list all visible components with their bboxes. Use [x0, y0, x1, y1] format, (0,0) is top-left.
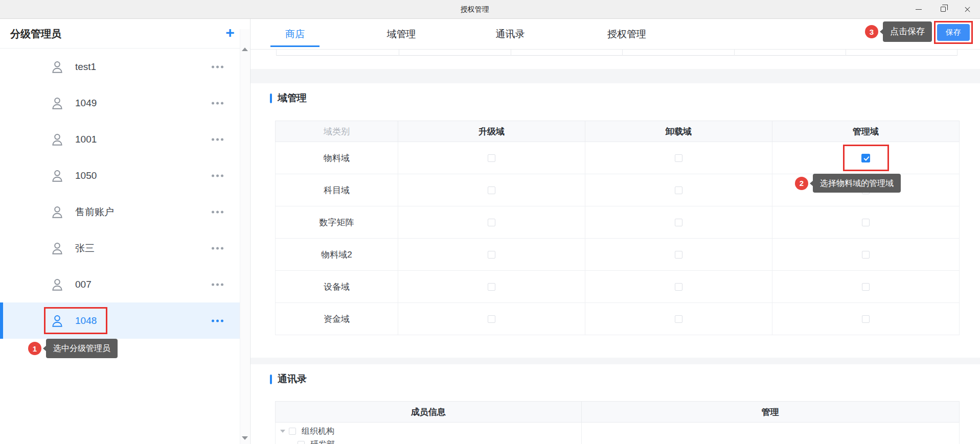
admin-list-item[interactable]: 007	[0, 266, 240, 302]
more-options-icon[interactable]	[210, 280, 225, 289]
close-button[interactable]	[955, 0, 979, 18]
more-options-icon[interactable]	[210, 62, 225, 71]
table-header-cell: 升级域	[398, 121, 585, 142]
manage-checkbox[interactable]	[861, 154, 870, 162]
contacts-section-header: 通讯录	[270, 372, 307, 386]
admin-name: 1050	[75, 157, 97, 194]
more-options-icon[interactable]	[210, 316, 225, 325]
expand-caret-icon[interactable]	[280, 430, 285, 433]
partial-table-cell	[735, 50, 846, 56]
contacts-table: 成员信息管理 组织机构 研发部	[275, 401, 960, 444]
uninstall-checkbox[interactable]	[675, 186, 682, 194]
domain-name-cell: 资金域	[276, 303, 398, 335]
admin-list-item[interactable]: 张三	[0, 230, 240, 266]
tab-2[interactable]: 通讯录	[496, 19, 525, 50]
tree-node-label[interactable]: 组织机构	[302, 426, 334, 437]
uninstall-checkbox[interactable]	[675, 251, 682, 259]
partial-table-row	[276, 50, 958, 56]
more-options-icon[interactable]	[210, 99, 225, 107]
domain-name: 科目域	[324, 184, 350, 196]
minimize-button[interactable]	[907, 0, 930, 18]
admin-list-item[interactable]: 1050	[0, 157, 240, 194]
more-options-icon[interactable]	[210, 207, 225, 216]
manage-cell	[772, 142, 959, 174]
tab-1[interactable]: 域管理	[387, 19, 416, 50]
tab-0[interactable]: 商店	[285, 19, 305, 50]
tree-row[interactable]: 研发部	[276, 438, 581, 444]
domain-name: 物料域	[324, 152, 350, 164]
upgrade-cell	[398, 303, 585, 335]
uninstall-checkbox[interactable]	[675, 154, 682, 162]
tree-row[interactable]: 组织机构	[276, 425, 581, 438]
manage-cell	[772, 239, 959, 270]
table-header-cell: 卸载域	[585, 121, 772, 142]
sidebar-scrollbar[interactable]	[240, 29, 249, 444]
sidebar-header: 分级管理员 +	[0, 19, 250, 49]
uninstall-cell	[585, 239, 772, 270]
user-icon	[50, 241, 64, 255]
admin-name: 1049	[75, 85, 97, 121]
upgrade-checkbox[interactable]	[488, 154, 495, 162]
upgrade-checkbox[interactable]	[488, 315, 495, 323]
contacts-table-body: 组织机构 研发部	[275, 423, 960, 444]
tree-checkbox[interactable]	[289, 428, 296, 435]
admin-name: test1	[75, 49, 96, 85]
sidebar: 分级管理员 + test1 1049 1001 1050	[0, 19, 250, 444]
tab-3[interactable]: 授权管理	[607, 19, 646, 50]
restore-icon	[941, 7, 946, 12]
uninstall-checkbox[interactable]	[675, 315, 682, 323]
admin-name: 1048	[75, 302, 97, 339]
domain-table-row: 数字矩阵	[275, 206, 960, 239]
domain-section-header: 域管理	[270, 91, 307, 105]
admin-name: 1001	[75, 121, 97, 157]
partial-table-cell	[511, 50, 623, 56]
domain-section-title: 域管理	[278, 91, 307, 105]
partial-table-cell	[846, 50, 958, 56]
partial-table-cell	[276, 50, 399, 56]
admin-list-item[interactable]: 1049	[0, 85, 240, 121]
partial-table-cell	[399, 50, 511, 56]
admin-list-item[interactable]: 1001	[0, 121, 240, 157]
titlebar: 授权管理	[0, 0, 980, 19]
uninstall-cell	[585, 142, 772, 174]
save-button[interactable]: 保存	[937, 24, 970, 41]
user-icon	[50, 205, 64, 219]
admin-name: 007	[75, 266, 92, 302]
more-options-icon[interactable]	[210, 171, 225, 180]
user-icon	[50, 132, 64, 147]
upgrade-cell	[398, 174, 585, 206]
main-content: 域管理 域类别升级域卸载域管理域 物料域 科目域 数字矩阵 物料域2 设备域 资…	[250, 50, 980, 444]
uninstall-checkbox[interactable]	[675, 283, 682, 291]
upgrade-checkbox[interactable]	[488, 219, 495, 226]
tree-checkbox[interactable]	[298, 441, 305, 444]
upgrade-checkbox[interactable]	[488, 251, 495, 259]
annotation-3: 3 点击保存	[865, 21, 932, 42]
member-tree: 组织机构 研发部	[276, 423, 582, 444]
restore-button[interactable]	[931, 0, 955, 18]
admin-list: test1 1049 1001 1050 售前账户	[0, 49, 240, 339]
domain-table-row: 物料域	[275, 142, 960, 174]
section-accent-bar	[270, 94, 272, 103]
minimize-icon	[916, 9, 922, 10]
more-options-icon[interactable]	[210, 135, 225, 144]
tree-node-label[interactable]: 研发部	[310, 439, 335, 444]
manage-checkbox[interactable]	[862, 315, 870, 323]
upgrade-checkbox[interactable]	[488, 186, 495, 194]
add-admin-button[interactable]: +	[220, 19, 240, 49]
admin-list-item[interactable]: 1048	[0, 302, 240, 339]
scroll-up-icon[interactable]	[242, 48, 248, 51]
manage-checkbox[interactable]	[862, 219, 870, 226]
window-title: 授权管理	[0, 0, 949, 19]
upgrade-checkbox[interactable]	[488, 283, 495, 291]
manage-checkbox[interactable]	[862, 283, 870, 291]
annotation-3-tooltip: 点击保存	[883, 21, 932, 42]
scroll-down-icon[interactable]	[242, 436, 248, 440]
upgrade-cell	[398, 206, 585, 238]
uninstall-checkbox[interactable]	[675, 219, 682, 226]
admin-list-item[interactable]: 售前账户	[0, 194, 240, 230]
user-icon	[50, 277, 64, 292]
admin-list-item[interactable]: test1	[0, 49, 240, 85]
manage-checkbox[interactable]	[862, 251, 870, 259]
more-options-icon[interactable]	[210, 244, 225, 252]
close-icon	[964, 6, 971, 13]
